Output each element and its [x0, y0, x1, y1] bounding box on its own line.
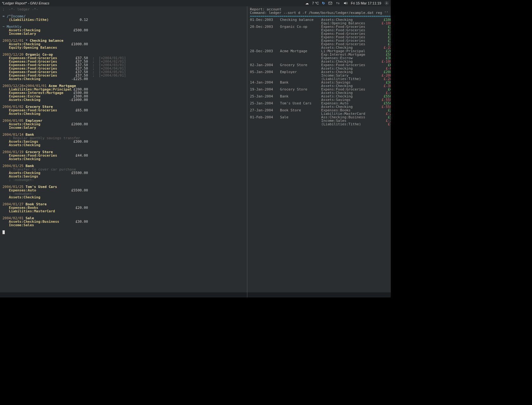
report-row[interactable]: Expens:Food:Groceries£37.50£112.50 — [250, 32, 391, 35]
modeline-right-filename: *Ledger Report* — [281, 297, 312, 297]
report-row[interactable]: Expenses:Escrow£300.00£1000.00 — [250, 56, 391, 60]
report-row[interactable]: Exp:Interest:Mortgage£500.00£700.00 — [250, 53, 391, 56]
settings-gear-icon[interactable] — [384, 1, 389, 5]
ledger-posting[interactable]: Assets:Checking£5500.00 — [3, 171, 244, 175]
ledger-posting[interactable]: Assets:Checking — [3, 196, 244, 199]
report-row[interactable]: 05-Jan-2004EmployerAssets:Checking£2000.… — [250, 70, 391, 74]
report-row[interactable]: (Liabilities:Tithe)£-3.60£-243.60 — [250, 122, 391, 126]
ledger-posting[interactable]: Assets:Checking:Business£30.00 — [3, 220, 244, 223]
ledger-posting[interactable]: Assets:Checking-£225.00 — [3, 77, 244, 81]
ledger-posting[interactable]: Expenses:Auto£5500.00 — [3, 189, 244, 192]
system-tray: ☁ 7 °C ↻ Fri 15 Mar 17:11:19 — [305, 1, 389, 5]
report-row[interactable]: Expens:Food:Groceries£37.50£75.00 — [250, 28, 391, 32]
svg-point-1 — [386, 3, 387, 4]
report-row[interactable]: 25-Jan-2004Tom's Used CarsExpenses:Auto£… — [250, 102, 391, 105]
report-row[interactable]: Expens:Food:Groceries£37.50£187.50 — [250, 39, 391, 42]
ledger-transaction-header[interactable]: 2004/01/25 Tom's Used Cars — [3, 185, 244, 189]
ledger-posting[interactable]: (Liabilities:Tithe)0.12 — [3, 18, 244, 22]
report-row[interactable]: 19-Jan-2004Grocery StoreExpens:Food:Groc… — [250, 88, 391, 91]
ledger-posting[interactable]: Assets:Checking-£1000.00 — [3, 98, 244, 102]
ledger-posting[interactable]: Income:Sales — [3, 223, 244, 227]
report-row[interactable]: 02-Jan-2004Grocery StoreExpens:Food:Groc… — [250, 63, 391, 67]
modeline-left[interactable]: -U:@--- example.dat All (64,0) (Ledger y… — [0, 292, 247, 297]
clock: Fri 15 Mar 17:11:19 — [351, 1, 381, 5]
report-row[interactable]: 27-Jan-2004Book StoreExpenses:Books£20.0… — [250, 109, 391, 112]
report-row[interactable]: 28-Dec-2003Acme MortgageLi:Mortgage:Prin… — [250, 49, 391, 53]
ledger-posting[interactable]: Income:Salary — [3, 126, 244, 129]
ledger-posting[interactable]: Assets:Savings — [3, 175, 244, 178]
ledger-posting[interactable]: Assets:Checking£500.00 — [3, 28, 244, 32]
report-row[interactable]: 01-Dec-2003Checking balanceAssets:Checki… — [250, 18, 391, 22]
weather-temp: 7 °C — [312, 1, 319, 5]
ledger-posting[interactable]: Assets:Checking£2000.00 — [3, 122, 244, 126]
refresh-icon[interactable]: ↻ — [322, 1, 325, 5]
ledger-transaction-header[interactable]: 2004/01/27 Book Store — [3, 202, 244, 206]
report-row[interactable]: 14-Jan-2004BankAssets:Savings£300.00£60.… — [250, 81, 391, 84]
ledger-posting[interactable]: Assets:Checking — [3, 112, 244, 115]
window-title: *Ledger Report* - GNU Emacs — [2, 1, 49, 5]
ledger-posting[interactable]: Assets:Checking — [3, 143, 244, 147]
report-row[interactable]: 25-Jan-2004BankAssets:Checking£5500.00£5… — [250, 95, 391, 98]
weather-icon: ☁ — [305, 1, 309, 5]
report-row[interactable]: 20-Dec-2003Organic Co-opExpens:Food:Groc… — [250, 25, 391, 28]
volume-icon[interactable] — [343, 1, 348, 5]
ledger-source-buffer[interactable]: ; -*- ledger -*- = /^Income/(Liabilities… — [0, 6, 247, 292]
network-icon[interactable] — [336, 1, 340, 5]
left-pane: ; -*- ledger -*- = /^Income/(Liabilities… — [0, 6, 247, 297]
report-row[interactable]: Expens:Food:Groceries£37.50£150.00 — [250, 35, 391, 39]
ledger-posting[interactable]: Income:Salary — [3, 32, 244, 35]
report-row[interactable]: Income:Salary£-2000.000 — [250, 74, 391, 77]
modeline-left-filename: example.dat — [33, 297, 56, 297]
emacs-frame: ; -*- ledger -*- = /^Income/(Liabilities… — [0, 6, 391, 297]
text-cursor — [3, 230, 5, 234]
report-row[interactable]: 01-Feb-2004SaleAss:Checking:Business£30.… — [250, 115, 391, 119]
right-pane: Report: accountCommand: ledger --sort d … — [247, 6, 391, 297]
desktop-topbar: *Ledger Report* - GNU Emacs ☁ 7 °C ↻ Fri… — [0, 0, 391, 6]
ledger-posting[interactable]: Assets:Checking — [3, 157, 244, 161]
mail-icon[interactable] — [328, 1, 332, 5]
modeline-right[interactable]: -U:@%%- *Ledger Report* All (4,0) (Ledge… — [247, 292, 391, 297]
ledger-posting[interactable]: Equity:Opening Balances — [3, 46, 244, 49]
svg-rect-0 — [329, 2, 332, 4]
report-row[interactable]: Income:Sales£-30.00£-240.00 — [250, 119, 391, 122]
ledger-report-buffer[interactable]: Report: accountCommand: ledger --sort d … — [247, 6, 391, 292]
report-row[interactable]: Expens:Food:Groceries£37.50£225.00 — [250, 42, 391, 46]
ledger-posting[interactable]: Liabilities:MasterCard — [3, 209, 244, 213]
